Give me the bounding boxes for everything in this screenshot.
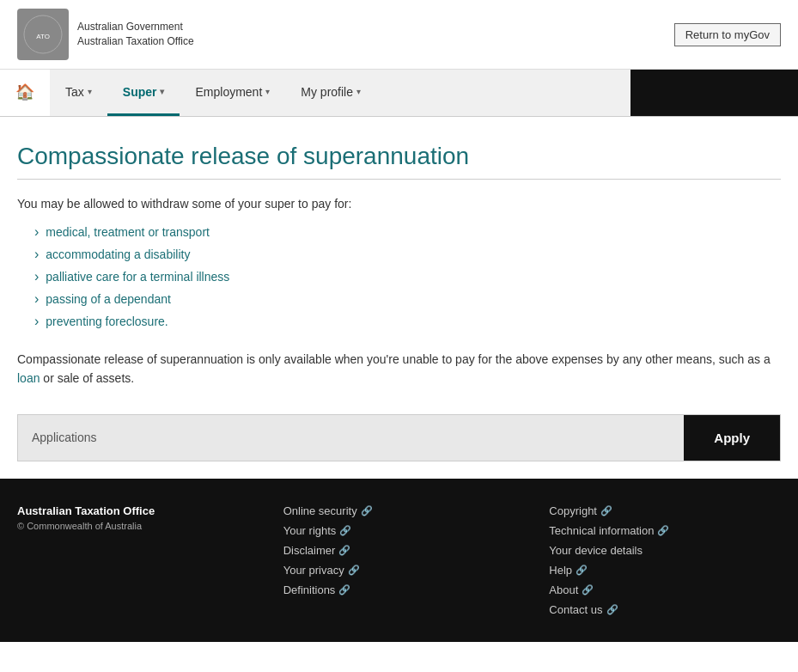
desc-middle: or sale of assets. (40, 371, 134, 385)
external-link-icon: 🔗 (606, 604, 618, 615)
external-link-icon: 🔗 (576, 565, 588, 576)
applications-label: Applications (18, 415, 684, 461)
org-name: Australian Government Australian Taxatio… (77, 20, 194, 49)
intro-text: You may be allowed to withdraw some of y… (17, 197, 781, 211)
list-item: accommodating a disability (34, 243, 781, 266)
external-link-icon: 🔗 (338, 545, 350, 556)
svg-text:ATO: ATO (36, 33, 50, 40)
return-to-mygov-button[interactable]: Return to myGov (674, 23, 781, 46)
chevron-down-icon: ▾ (88, 87, 92, 96)
nav-employment-label: Employment (195, 85, 262, 99)
nav-user-box (630, 70, 798, 116)
external-link-icon: 🔗 (582, 584, 594, 596)
chevron-down-icon: ▾ (356, 87, 361, 96)
footer-brand: Australian Taxation Office (17, 504, 249, 517)
your-privacy-link[interactable]: Your privacy 🔗 (283, 564, 515, 577)
external-link-icon: 🔗 (657, 525, 669, 536)
nav-myprofile-label: My profile (301, 85, 353, 99)
your-rights-link[interactable]: Your rights 🔗 (283, 524, 515, 537)
list-item: palliative care for a terminal illness (34, 266, 781, 288)
main-content: Compassionate release of superannuation … (0, 117, 798, 479)
footer-col-brand: Australian Taxation Office © Commonwealt… (17, 504, 249, 616)
bullet-list: medical, treatment or transport accommod… (17, 221, 781, 333)
footer: Australian Taxation Office © Commonwealt… (0, 479, 798, 642)
footer-links-col3: Copyright 🔗 Technical information 🔗 Your… (549, 504, 781, 616)
list-item: medical, treatment or transport (34, 221, 781, 243)
about-link[interactable]: About 🔗 (549, 583, 781, 596)
footer-copyright: © Commonwealth of Australia (17, 521, 249, 531)
nav-super[interactable]: Super ▾ (107, 70, 180, 116)
desc-before: Compassionate release of superannuation … (17, 352, 771, 366)
technical-information-link[interactable]: Technical information 🔗 (549, 524, 781, 537)
definitions-link[interactable]: Definitions 🔗 (283, 583, 515, 596)
disclaimer-link[interactable]: Disclaimer 🔗 (283, 544, 515, 557)
apply-button[interactable]: Apply (684, 415, 780, 461)
external-link-icon: 🔗 (600, 505, 612, 516)
external-link-icon: 🔗 (348, 565, 360, 576)
nav-employment[interactable]: Employment ▾ (180, 70, 285, 116)
org-line1: Australian Government (77, 20, 194, 34)
list-item: passing of a dependant (34, 288, 781, 310)
online-security-link[interactable]: Online security 🔗 (283, 504, 515, 517)
external-link-icon: 🔗 (339, 525, 351, 536)
your-device-details-link[interactable]: Your device details (549, 544, 781, 557)
contact-us-link[interactable]: Contact us 🔗 (549, 603, 781, 616)
nav-tax-label: Tax (65, 85, 84, 99)
nav-home[interactable]: 🏠 (0, 70, 50, 116)
apply-section: Applications Apply (17, 414, 781, 461)
footer-col-links2: Online security 🔗 Your rights 🔗 Disclaim… (283, 504, 515, 616)
footer-links-col2: Online security 🔗 Your rights 🔗 Disclaim… (283, 504, 515, 596)
external-link-icon: 🔗 (338, 584, 350, 596)
help-link[interactable]: Help 🔗 (549, 564, 781, 577)
chevron-down-icon: ▾ (265, 87, 270, 96)
page-title: Compassionate release of superannuation (17, 143, 781, 180)
ato-logo: ATO (17, 9, 69, 60)
org-line2: Australian Taxation Office (77, 34, 194, 49)
top-header: ATO Australian Government Australian Tax… (0, 0, 798, 70)
chevron-down-icon: ▾ (160, 87, 164, 96)
main-nav: 🏠 Tax ▾ Super ▾ Employment ▾ My profile … (0, 70, 798, 117)
nav-tax[interactable]: Tax ▾ (50, 70, 107, 116)
description-text: Compassionate release of superannuation … (17, 350, 781, 388)
home-icon: 🏠 (15, 82, 34, 101)
list-item: preventing foreclosure. (34, 310, 781, 333)
nav-super-label: Super (123, 85, 157, 99)
copyright-link[interactable]: Copyright 🔗 (549, 504, 781, 517)
footer-col-links3: Copyright 🔗 Technical information 🔗 Your… (549, 504, 781, 616)
nav-myprofile[interactable]: My profile ▾ (285, 70, 376, 116)
external-link-icon: 🔗 (361, 505, 373, 516)
loan-link[interactable]: loan (17, 371, 40, 385)
logo-area: ATO Australian Government Australian Tax… (17, 9, 194, 60)
